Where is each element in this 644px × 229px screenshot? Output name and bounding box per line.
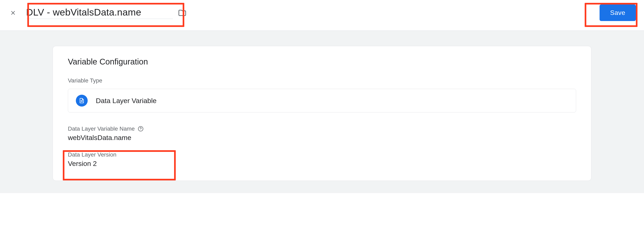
save-button[interactable]: Save — [600, 5, 636, 21]
dlv-name-field: Data Layer Variable Name webVitalsData.n… — [68, 126, 576, 142]
card-title: Variable Configuration — [68, 57, 576, 66]
variable-type-name: Data Layer Variable — [96, 97, 156, 105]
data-layer-variable-icon — [76, 95, 88, 107]
dlv-version-value[interactable]: Version 2 — [68, 160, 576, 168]
dlv-version-field: Data Layer Version Version 2 — [68, 151, 576, 168]
editor-header: DLV - webVitalsData.name Save — [0, 0, 644, 31]
title-group: DLV - webVitalsData.name — [26, 7, 187, 19]
dlv-version-label: Data Layer Version — [68, 151, 116, 158]
dlv-name-value[interactable]: webVitalsData.name — [68, 134, 576, 142]
help-icon[interactable] — [138, 126, 144, 132]
close-icon — [10, 10, 16, 16]
folder-button[interactable] — [178, 8, 187, 17]
variable-name-input[interactable]: DLV - webVitalsData.name — [26, 7, 173, 19]
editor-body: Variable Configuration Variable Type Dat… — [0, 31, 644, 193]
variable-type-selector[interactable]: Data Layer Variable — [68, 89, 576, 112]
variable-type-label: Variable Type — [68, 77, 576, 84]
variable-configuration-card: Variable Configuration Variable Type Dat… — [52, 46, 592, 181]
dlv-name-label: Data Layer Variable Name — [68, 126, 135, 132]
svg-point-1 — [140, 130, 141, 130]
close-button[interactable] — [8, 8, 18, 18]
folder-icon — [178, 9, 186, 17]
